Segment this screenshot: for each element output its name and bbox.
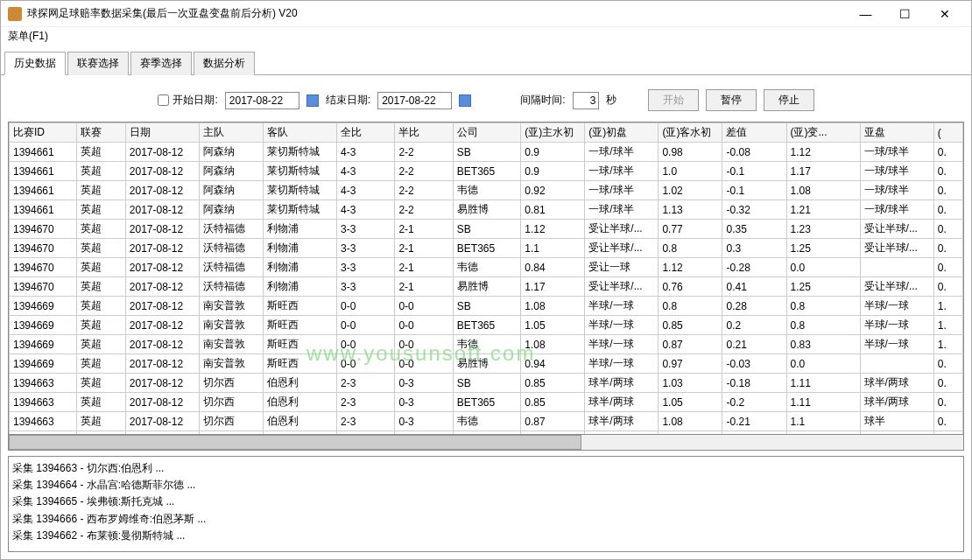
data-table-container[interactable]: www.yousunsoft.com 比赛ID联赛日期主队客队全比半比公司(亚)…	[8, 122, 964, 435]
table-cell: 受让一球	[585, 258, 659, 277]
close-button[interactable]: ✕	[925, 2, 964, 26]
column-header[interactable]: 联赛	[77, 123, 125, 143]
calendar-icon[interactable]	[459, 94, 471, 107]
table-row[interactable]: 1394661英超2017-08-12阿森纳莱切斯特城4-32-2BET3650…	[10, 162, 963, 181]
scrollbar-thumb[interactable]	[9, 435, 581, 450]
column-header[interactable]: 日期	[125, 123, 199, 143]
table-cell: 1394670	[10, 220, 77, 239]
table-cell: 切尔西	[199, 431, 263, 436]
calendar-icon[interactable]	[306, 94, 319, 107]
table-cell	[860, 354, 933, 374]
table-cell: 1.23	[786, 220, 860, 239]
table-row[interactable]: 1394670英超2017-08-12沃特福德利物浦3-32-1SB1.12受让…	[10, 220, 963, 239]
column-header[interactable]: 半比	[395, 123, 453, 143]
table-cell: 1.25	[786, 239, 860, 258]
tab-season[interactable]: 赛季选择	[130, 52, 192, 75]
column-header[interactable]: (	[933, 123, 962, 143]
table-row[interactable]: 1394670英超2017-08-12沃特福德利物浦3-32-1韦德0.84受让…	[10, 258, 963, 277]
table-cell: 0.	[933, 239, 962, 258]
table-cell: 0.	[933, 412, 962, 431]
table-cell: 0.77	[659, 220, 722, 239]
table-cell: -0.32	[722, 200, 786, 220]
column-header[interactable]: 全比	[337, 123, 395, 143]
table-cell: 0-0	[395, 297, 453, 316]
table-cell: 易胜博	[453, 354, 520, 374]
column-header[interactable]: (亚)初盘	[585, 123, 659, 143]
minimize-button[interactable]: —	[846, 2, 885, 26]
table-row[interactable]: 1394663英超2017-08-12切尔西伯恩利2-30-3韦德0.87球半/…	[10, 412, 963, 431]
horizontal-scrollbar[interactable]	[8, 435, 964, 451]
column-header[interactable]: 公司	[453, 123, 520, 143]
column-header[interactable]: (亚)变...	[786, 123, 860, 143]
table-cell: 1.12	[659, 258, 722, 277]
table-cell: 斯旺西	[263, 297, 336, 316]
table-cell: 2-3	[337, 412, 395, 431]
table-cell: 0.85	[521, 374, 585, 393]
table-row[interactable]: 1394661英超2017-08-12阿森纳莱切斯特城4-32-2韦德0.92一…	[10, 181, 963, 200]
column-header[interactable]: 差值	[722, 123, 786, 143]
log-panel[interactable]: 采集 1394663 - 切尔西:伯恩利 ...采集 1394664 - 水晶宫…	[8, 456, 964, 552]
log-line: 采集 1394662 - 布莱顿:曼彻斯特城 ...	[12, 528, 960, 544]
table-cell: -0.03	[722, 354, 786, 374]
stop-button[interactable]: 停止	[764, 89, 814, 111]
table-cell: 1.08	[786, 181, 860, 200]
tab-league[interactable]: 联赛选择	[67, 52, 129, 75]
table-row[interactable]: 1394663英超2017-08-12切尔西伯恩利2-30-3易胜博0.74球半…	[10, 431, 963, 436]
table-cell: 2-2	[395, 200, 453, 220]
start-date-checkbox[interactable]	[158, 94, 169, 106]
table-row[interactable]: 1394661英超2017-08-12阿森纳莱切斯特城4-32-2易胜博0.81…	[10, 200, 963, 220]
table-row[interactable]: 1394670英超2017-08-12沃特福德利物浦3-32-1BET3651.…	[10, 239, 963, 258]
table-row[interactable]: 1394670英超2017-08-12沃特福德利物浦3-32-1易胜博1.17受…	[10, 277, 963, 297]
table-row[interactable]: 1394661英超2017-08-12阿森纳莱切斯特城4-32-2SB0.9一球…	[10, 143, 963, 162]
table-row[interactable]: 1394663英超2017-08-12切尔西伯恩利2-30-3BET3650.8…	[10, 393, 963, 412]
table-cell: 一球/球半	[585, 181, 659, 200]
column-header[interactable]: 比赛ID	[10, 123, 77, 143]
column-header[interactable]: 亚盘	[860, 123, 933, 143]
interval-input[interactable]	[573, 92, 599, 109]
start-button[interactable]: 开始	[648, 89, 699, 111]
table-cell: -0.21	[722, 412, 786, 431]
table-row[interactable]: 1394669英超2017-08-12南安普敦斯旺西0-00-0BET3651.…	[10, 316, 963, 335]
maximize-button[interactable]: ☐	[885, 2, 925, 26]
column-header[interactable]: 主队	[199, 123, 263, 143]
table-row[interactable]: 1394663英超2017-08-12切尔西伯恩利2-30-3SB0.85球半/…	[10, 374, 963, 393]
table-cell: 球半/两球	[585, 374, 659, 393]
table-cell: 球半/两球	[860, 374, 933, 393]
table-row[interactable]: 1394669英超2017-08-12南安普敦斯旺西0-00-0SB1.08半球…	[10, 297, 963, 316]
table-cell: 2-1	[395, 258, 453, 277]
table-cell: 球半/两球	[585, 412, 659, 431]
tab-bar: 历史数据 联赛选择 赛季选择 数据分析	[1, 51, 971, 75]
table-cell: 3-3	[337, 239, 395, 258]
table-cell: 韦德	[453, 258, 520, 277]
start-date-input[interactable]	[225, 92, 299, 109]
table-cell: 南安普敦	[199, 335, 263, 354]
tab-analysis[interactable]: 数据分析	[194, 52, 255, 75]
table-cell: 阿森纳	[199, 181, 263, 200]
table-cell: 3-3	[337, 277, 395, 297]
column-header[interactable]: (亚)主水初	[521, 123, 585, 143]
table-cell: 利物浦	[263, 239, 336, 258]
end-date-input[interactable]	[377, 92, 452, 109]
table-cell: 0.9	[521, 162, 585, 181]
column-header[interactable]: 客队	[263, 123, 336, 143]
table-cell: 1394669	[10, 354, 77, 374]
column-header[interactable]: (亚)客水初	[659, 123, 722, 143]
table-cell: 0-3	[395, 374, 453, 393]
menubar[interactable]: 菜单(F1)	[1, 27, 971, 46]
table-row[interactable]: 1394669英超2017-08-12南安普敦斯旺西0-00-0易胜博0.94半…	[10, 354, 963, 374]
pause-button[interactable]: 暂停	[706, 89, 757, 111]
tab-history[interactable]: 历史数据	[4, 52, 66, 75]
table-cell: 阿森纳	[199, 143, 263, 162]
table-cell: 0.	[933, 277, 962, 297]
table-cell: 1394663	[10, 412, 77, 431]
table-cell: SB	[453, 297, 520, 316]
table-row[interactable]: 1394669英超2017-08-12南安普敦斯旺西0-00-0韦德1.08半球…	[10, 335, 963, 354]
table-cell: 4-3	[337, 143, 395, 162]
table-cell: 1.21	[786, 200, 860, 220]
table-cell: 0.	[933, 220, 962, 239]
interval-label: 间隔时间:	[520, 93, 565, 108]
table-cell: 1394661	[10, 181, 77, 200]
table-cell: 1394661	[10, 200, 77, 220]
table-cell: 受让半球/...	[860, 277, 933, 297]
table-cell: 2017-08-12	[125, 393, 199, 412]
